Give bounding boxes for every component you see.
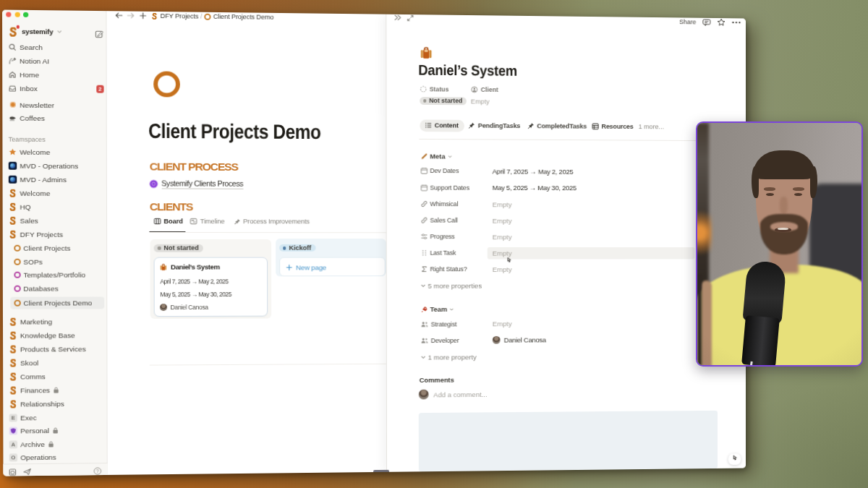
svg-text:?: ? bbox=[96, 468, 99, 474]
